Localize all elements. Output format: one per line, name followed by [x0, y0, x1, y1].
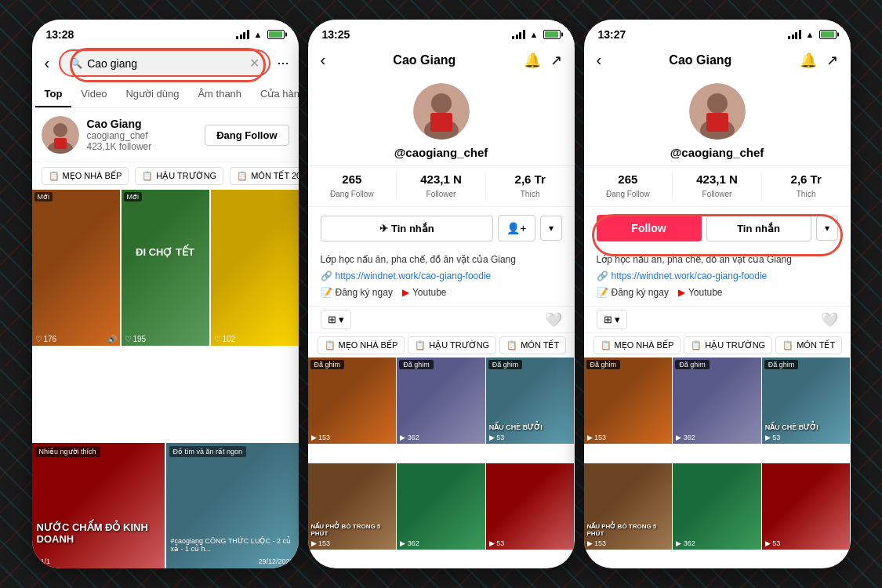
bottom-video-2[interactable]: Đồ tìm và ăn rất ngon #caogiang CÔNG THỨ…: [166, 443, 299, 568]
tab-cuahang[interactable]: Cửa hàng: [251, 82, 298, 107]
playlist-tag-3[interactable]: 📋 MÓN TẾT 2024: [230, 167, 298, 185]
grid-view-btn-2[interactable]: ⊞ ▾: [321, 310, 352, 329]
playlist-icon-p2-2: 📋: [415, 340, 426, 350]
tab-amthanh[interactable]: Âm thanh: [188, 82, 251, 107]
tab-video[interactable]: Video: [71, 82, 116, 107]
notification-icon-3[interactable]: 🔔: [800, 52, 817, 69]
profile-video-4-3[interactable]: NẤU PHỞ BÒ TRONG 5 PHÚT ▶ 153: [584, 463, 673, 550]
video-thumb-3[interactable]: ♡102: [211, 190, 299, 346]
add-friend-button-2[interactable]: 👤+: [498, 215, 535, 241]
follow-button-3[interactable]: Follow: [597, 215, 702, 241]
profile-playlist-3-3[interactable]: 📋 MÓN TẾT: [775, 336, 842, 354]
bio-link-2[interactable]: 🔗 https://windnet.work/cao-giang-foodie: [321, 269, 562, 283]
search-input[interactable]: Cao giang: [87, 57, 245, 70]
profile-playlist-1-3[interactable]: 📋 MẸO NHÀ BẾP: [593, 336, 681, 354]
pinned-badge-1-3: Đã ghim: [586, 360, 621, 369]
view-count-6-3: ▶ 53: [765, 539, 781, 547]
profile-video-5-3[interactable]: ▶ 362: [673, 463, 761, 550]
profile-playlist-2-2[interactable]: 📋 HẬU TRƯỜNG: [408, 336, 496, 354]
search-box[interactable]: 🔍 Cao giang ✕: [59, 49, 270, 77]
bio-signup-2[interactable]: 📝 Đăng ký ngay: [321, 285, 393, 299]
profile-title-3: Cao Giang: [669, 53, 731, 67]
share-icon-3[interactable]: ↗: [826, 52, 838, 69]
view-count-5-3: ▶ 362: [676, 539, 695, 547]
pinned-badge-2-2: Đã ghim: [399, 360, 434, 369]
profile-video-6-3[interactable]: ▶ 53: [762, 463, 851, 550]
phone2-wrapper: 13:25 ▲ ‹ Cao Giang 🔔 ↗: [308, 20, 575, 568]
dropdown-button-2[interactable]: ▾: [540, 216, 562, 241]
profile-header-2: ‹ Cao Giang 🔔 ↗: [308, 45, 575, 75]
bio-youtube-3[interactable]: ▶ Youtube: [678, 285, 723, 299]
bio-signup-3[interactable]: 📝 Đăng ký ngay: [597, 285, 669, 299]
profile-actions-3: 🔔 ↗: [800, 52, 838, 69]
tab-top[interactable]: Top: [35, 82, 72, 107]
video-label-4-3: NẤU PHỞ BÒ TRONG 5 PHÚT: [587, 523, 670, 537]
stats-row-3: 265 Đang Follow 423,1 N Follower 2,6 Tr …: [584, 165, 851, 207]
bio-youtube-2[interactable]: ▶ Youtube: [402, 285, 447, 299]
profile-video-4-2[interactable]: NẤU PHỞ BÒ TRONG 5 PHÚT ▶ 153: [308, 463, 397, 550]
phones-container: 13:28 ▲ ‹ 🔍 Cao giang ✕: [32, 20, 851, 568]
account-avatar: [42, 116, 79, 154]
profile-playlist-3-2[interactable]: 📋 MÓN TẾT: [499, 336, 566, 354]
view-count-2-3: ▶ 362: [676, 434, 695, 441]
bottom-video-1[interactable]: Nhiều người thích NƯỚC CHẤM ĐỎ KINH DOAN…: [32, 443, 165, 568]
share-icon-2[interactable]: ↗: [550, 52, 562, 69]
notification-icon-2[interactable]: 🔔: [524, 52, 541, 69]
youtube-icon-3: ▶: [678, 285, 685, 299]
back-button-2[interactable]: ‹: [321, 51, 326, 69]
back-button[interactable]: ‹: [42, 53, 53, 74]
profile-video-6-2[interactable]: ▶ 53: [486, 463, 575, 550]
playlist-icon-1: 📋: [49, 171, 60, 181]
stat-likes-3: 2,6 Tr Thích: [762, 172, 851, 200]
profile-video-1-3[interactable]: Đã ghim ▶ 153: [584, 358, 673, 444]
liked-icon-2[interactable]: 🤍: [545, 311, 562, 328]
profile-video-3-2[interactable]: Đã ghim NẤU CHÈ BƯỞI ▶ 53: [486, 358, 575, 444]
link-icon-2: 🔗: [321, 269, 332, 283]
bottom-label-1: NƯỚC CHẤM ĐỎ KINH DOANH: [37, 521, 160, 545]
time-2: 13:25: [322, 28, 350, 41]
message-button-3[interactable]: Tin nhắn: [706, 216, 811, 241]
profile-playlist-tabs-2: 📋 MẸO NHÀ BẾP 📋 HẬU TRƯỜNG 📋 MÓN TẾT: [308, 333, 575, 358]
signup-icon-3: 📝: [597, 285, 608, 299]
profile-playlist-2-3[interactable]: 📋 HẬU TRƯỜNG: [684, 336, 772, 354]
follow-button[interactable]: Đang Follow: [205, 125, 289, 146]
view-count-4-3: ▶ 153: [587, 539, 607, 547]
profile-video-5-2[interactable]: ▶ 362: [397, 463, 485, 550]
dropdown-button-3[interactable]: ▾: [816, 216, 838, 241]
profile-video-grid-3: Đã ghim ▶ 153 Đã ghim ▶ 362 Đã ghim NẤU …: [584, 358, 851, 568]
tab-nguoidung[interactable]: Người dùng: [116, 82, 188, 107]
clear-icon[interactable]: ✕: [249, 56, 260, 71]
battery-icon-3: [819, 30, 837, 39]
profile-username-3: @caogiang_chef: [584, 146, 851, 165]
bio-extra-3: 📝 Đăng ký ngay ▶ Youtube: [597, 285, 838, 299]
liked-icon-3[interactable]: 🤍: [821, 311, 838, 328]
playlist-tag-1[interactable]: 📋 MẸO NHÀ BẾP: [42, 167, 129, 185]
profile-nav-3: ⊞ ▾ 🤍: [584, 306, 851, 332]
grid-view-btn-3[interactable]: ⊞ ▾: [597, 310, 628, 329]
search-tabs: Top Video Người dùng Âm thanh Cửa hàng: [32, 82, 299, 108]
playlist-icon-p3-3: 📋: [782, 340, 793, 350]
profile-video-3-3[interactable]: Đã ghim NẤU CHÈ BƯỞI ▶ 53: [762, 358, 851, 444]
profile-playlist-1-2[interactable]: 📋 MẸO NHÀ BẾP: [318, 336, 405, 354]
message-icon-2: ✈: [379, 223, 388, 234]
bio-link-3[interactable]: 🔗 https://windnet.work/cao-giang-foodie: [597, 269, 838, 283]
more-icon[interactable]: ···: [277, 55, 289, 71]
svg-rect-11: [706, 113, 728, 132]
wifi-icon-3: ▲: [806, 30, 815, 39]
svg-rect-3: [54, 138, 67, 149]
svg-rect-7: [430, 113, 452, 132]
back-button-3[interactable]: ‹: [597, 51, 602, 69]
time-1: 13:28: [46, 28, 74, 41]
profile-video-1-2[interactable]: Đã ghim ▶ 153: [308, 358, 397, 444]
video-thumb-2[interactable]: ĐI CHỢ TẾT Mới ♡195: [122, 190, 209, 346]
profile-video-2-2[interactable]: Đã ghim ▶ 362: [397, 358, 485, 444]
message-button-2[interactable]: ✈ Tin nhắn: [321, 216, 494, 241]
video-thumb-1[interactable]: Mới ♡176 🔊: [32, 190, 120, 346]
playlist-tag-2[interactable]: 📋 HẬU TRƯỜNG: [135, 167, 223, 185]
phone1: 13:28 ▲ ‹ 🔍 Cao giang ✕: [32, 20, 299, 568]
status-icons-3: ▲: [788, 30, 836, 39]
account-result[interactable]: Cao Giang caogiang_chef 423,1K follower …: [32, 108, 299, 162]
bio-section-2: Lớp học nấu ăn, pha chế, đồ ăn vặt của G…: [308, 249, 575, 306]
bottom-meta-1: 11/1: [37, 557, 51, 565]
profile-video-2-3[interactable]: Đã ghim ▶ 362: [673, 358, 761, 444]
